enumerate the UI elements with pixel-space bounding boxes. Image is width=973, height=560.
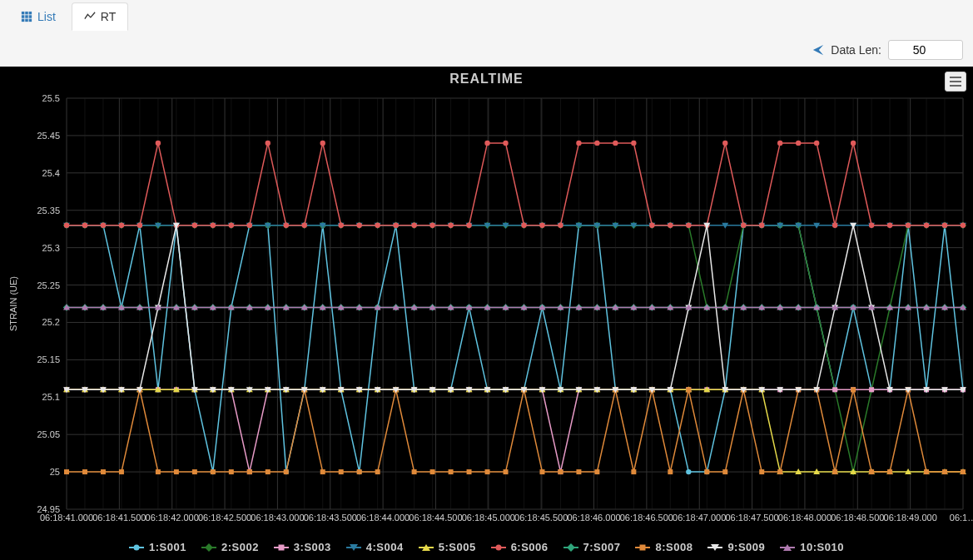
grid-icon	[21, 11, 32, 22]
svg-rect-509	[777, 469, 782, 474]
svg-text:06:18:46.500: 06:18:46.500	[620, 513, 673, 523]
svg-point-394	[503, 141, 508, 146]
legend-label: 4:S004	[366, 541, 404, 553]
svg-rect-4	[25, 15, 28, 18]
legend-item[interactable]: 2:S002	[201, 541, 259, 553]
legend-marker-icon	[491, 543, 506, 552]
legend-marker-icon	[129, 543, 144, 552]
svg-point-403	[668, 222, 673, 227]
svg-point-375	[156, 141, 161, 146]
svg-rect-505	[704, 469, 709, 474]
svg-rect-476	[174, 469, 179, 474]
svg-text:06:18:44.500: 06:18:44.500	[409, 513, 462, 523]
svg-text:06:18:47.000: 06:18:47.000	[673, 513, 726, 523]
svg-rect-482	[284, 469, 289, 474]
legend-item[interactable]: 3:S003	[274, 541, 331, 553]
tab-rt[interactable]: RT	[72, 2, 128, 31]
svg-rect-496	[539, 469, 544, 474]
legend-marker-icon	[274, 543, 289, 552]
svg-rect-0	[22, 12, 25, 15]
svg-point-379	[229, 222, 234, 227]
svg-point-398	[576, 141, 581, 146]
svg-rect-501	[631, 469, 636, 474]
legend-label: 8:S008	[655, 541, 693, 553]
svg-rect-477	[192, 469, 197, 474]
svg-text:06:18:43.500: 06:18:43.500	[304, 513, 357, 523]
svg-text:25.3: 25.3	[42, 243, 60, 253]
legend-item[interactable]: 4:S004	[346, 541, 404, 553]
legend-item[interactable]: 1:S001	[129, 541, 186, 553]
svg-text:06:18:42.500: 06:18:42.500	[198, 513, 251, 523]
toolbar: List RT	[0, 0, 973, 33]
svg-point-418	[942, 222, 947, 227]
svg-rect-7	[25, 19, 28, 22]
svg-point-397	[558, 222, 563, 227]
legend-label: 5:S005	[439, 541, 476, 553]
svg-point-387	[375, 222, 380, 227]
svg-text:06:18:41.000: 06:18:41.000	[40, 513, 93, 523]
svg-point-393	[484, 141, 489, 146]
svg-text:06:18:45.000: 06:18:45.000	[462, 513, 515, 523]
svg-rect-490	[430, 469, 435, 474]
svg-rect-481	[266, 469, 271, 474]
svg-rect-484	[320, 469, 325, 474]
svg-rect-491	[449, 469, 454, 474]
svg-point-400	[613, 141, 618, 146]
svg-text:STRAIN (UE): STRAIN (UE)	[8, 276, 18, 331]
legend-label: 7:S007	[583, 541, 621, 553]
legend-label: 2:S002	[221, 541, 259, 553]
chart-legend: 1:S0012:S0023:S0034:S0045:S0056:S0067:S0…	[0, 533, 973, 560]
svg-point-381	[266, 141, 271, 146]
svg-rect-508	[759, 469, 764, 474]
chart-menu-button[interactable]	[945, 72, 966, 92]
svg-point-388	[393, 222, 398, 227]
legend-item[interactable]: 9:S009	[707, 541, 765, 553]
svg-rect-5	[29, 15, 32, 18]
data-len-input[interactable]	[888, 40, 963, 60]
svg-rect-494	[504, 469, 509, 474]
svg-rect-493	[485, 469, 490, 474]
legend-label: 1:S001	[149, 541, 186, 553]
legend-marker-icon	[635, 543, 650, 552]
svg-point-396	[539, 222, 544, 227]
svg-rect-518	[942, 469, 947, 474]
chart-plot[interactable]: 24.952525.0525.125.1525.225.2525.325.352…	[0, 92, 973, 533]
svg-rect-513	[851, 387, 856, 392]
svg-text:06:18:48.000: 06:18:48.000	[778, 513, 832, 523]
svg-rect-486	[357, 469, 362, 474]
svg-point-371	[82, 222, 87, 227]
svg-point-419	[961, 222, 966, 227]
legend-item[interactable]: 10:S010	[780, 541, 844, 553]
svg-rect-519	[961, 469, 966, 474]
legend-item[interactable]: 7:S007	[563, 541, 621, 553]
send-icon[interactable]	[812, 44, 824, 56]
svg-rect-498	[576, 469, 581, 474]
legend-marker-icon	[563, 543, 578, 552]
svg-point-391	[448, 222, 453, 227]
legend-marker-icon	[346, 543, 361, 552]
svg-point-384	[320, 141, 325, 146]
svg-text:25.4: 25.4	[42, 168, 60, 178]
svg-rect-473	[119, 469, 124, 474]
svg-rect-489	[412, 469, 417, 474]
svg-text:25.15: 25.15	[37, 354, 60, 364]
tab-list[interactable]: List	[8, 2, 68, 31]
legend-label: 3:S003	[294, 541, 331, 553]
svg-rect-264	[869, 387, 874, 392]
svg-point-401	[631, 141, 636, 146]
chart-line-icon	[84, 11, 96, 22]
svg-text:25.05: 25.05	[37, 429, 60, 439]
legend-item[interactable]: 6:S006	[491, 541, 549, 553]
legend-item[interactable]: 8:S008	[635, 541, 693, 553]
svg-point-410	[796, 141, 801, 146]
svg-point-382	[284, 222, 289, 227]
svg-text:25.35: 25.35	[37, 206, 60, 216]
svg-point-413	[851, 141, 856, 146]
svg-text:25.1: 25.1	[42, 392, 60, 402]
svg-rect-479	[229, 469, 234, 474]
svg-text:06:18:49.000: 06:18:49.000	[884, 513, 937, 523]
svg-rect-504	[686, 387, 691, 392]
svg-text:06:1…: 06:1…	[950, 513, 973, 523]
legend-item[interactable]: 5:S005	[419, 541, 476, 553]
svg-rect-514	[869, 469, 874, 474]
